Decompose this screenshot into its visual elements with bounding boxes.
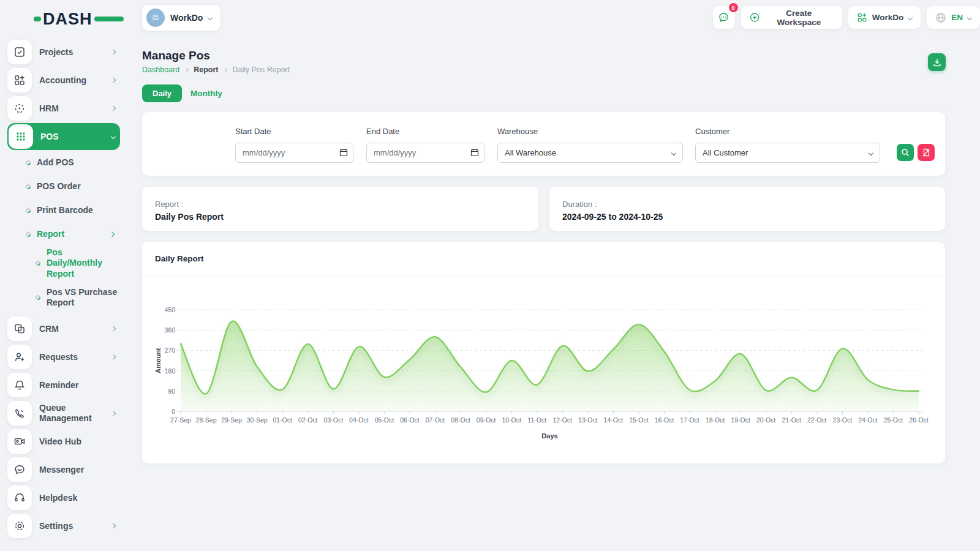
- tab-monthly[interactable]: Monthly: [190, 89, 222, 98]
- svg-text:450: 450: [164, 306, 175, 313]
- svg-text:29-Sep: 29-Sep: [221, 416, 242, 424]
- svg-text:07-Oct: 07-Oct: [426, 416, 445, 424]
- sidebar-item-video-hub[interactable]: Video Hub: [7, 427, 120, 455]
- search-icon: [901, 148, 910, 157]
- sidebar-item-pos-order[interactable]: POS Order: [7, 174, 120, 198]
- svg-text:180: 180: [164, 367, 175, 375]
- sidebar-item-print-barcode[interactable]: Print Barcode: [7, 198, 120, 222]
- sidebar: Projects Accounting HRM: [7, 38, 120, 540]
- queue-icon: [7, 401, 32, 425]
- reset-filter-button[interactable]: [918, 144, 935, 161]
- sidebar-item-reminder[interactable]: Reminder: [7, 371, 120, 399]
- sidebar-item-helpdesk[interactable]: Helpdesk: [7, 484, 120, 512]
- end-date-input[interactable]: [366, 143, 484, 163]
- bullet-icon: [24, 159, 31, 166]
- svg-text:05-Oct: 05-Oct: [375, 416, 394, 424]
- sidebar-item-report[interactable]: Report: [7, 222, 120, 246]
- svg-text:08-Oct: 08-Oct: [451, 416, 470, 424]
- chevron-right-icon: [111, 106, 116, 111]
- breadcrumb-report[interactable]: Report: [194, 66, 218, 74]
- svg-text:06-Oct: 06-Oct: [400, 416, 420, 424]
- messages-button[interactable]: 0: [713, 6, 735, 29]
- report-label: Report :: [155, 200, 538, 209]
- svg-text:10-Oct: 10-Oct: [502, 416, 521, 424]
- sidebar-item-hrm[interactable]: HRM: [7, 94, 120, 122]
- chevron-down-icon: [208, 15, 213, 20]
- end-date-label: End Date: [366, 127, 399, 136]
- chevron-right-icon: [111, 411, 116, 416]
- breadcrumb-dashboard[interactable]: Dashboard: [142, 66, 179, 74]
- bullet-icon: [24, 207, 31, 214]
- download-icon: [933, 58, 941, 67]
- create-workspace-button[interactable]: Create Workspace: [741, 6, 842, 29]
- plus-circle-icon: [750, 12, 760, 23]
- chevron-right-icon: [111, 523, 116, 528]
- export-download-button[interactable]: [928, 53, 946, 71]
- sidebar-item-pos-daily-monthly-report[interactable]: Pos Daily/Monthly Report: [7, 246, 120, 280]
- crm-icon: [7, 317, 32, 341]
- apps-grid-icon: [857, 12, 867, 23]
- building-icon: [151, 13, 160, 23]
- svg-text:11-Oct: 11-Oct: [527, 416, 546, 424]
- app-window: DASH WorkDo 0 Create Worksp: [0, 0, 980, 551]
- sidebar-item-add-pos[interactable]: Add POS: [7, 151, 120, 174]
- chevron-down-icon: [967, 15, 972, 20]
- chevron-down-icon: [908, 15, 913, 20]
- svg-text:28-Sep: 28-Sep: [196, 416, 217, 424]
- sidebar-item-accounting[interactable]: Accounting: [7, 66, 120, 94]
- svg-text:27-Sep: 27-Sep: [170, 416, 191, 424]
- svg-text:25-Oct: 25-Oct: [884, 416, 903, 424]
- divider: [142, 275, 945, 276]
- workspace-switcher[interactable]: WorkDo: [142, 5, 221, 31]
- sidebar-item-queue-management[interactable]: Queue Management: [7, 399, 120, 427]
- sidebar-item-messenger[interactable]: Messenger: [7, 455, 120, 484]
- daily-report-chart: 09018027036045027-Sep28-Sep29-Sep30-Sep0…: [153, 281, 934, 462]
- chevron-right-icon: [184, 67, 189, 72]
- report-summary-card: Report : Daily Pos Report: [142, 187, 538, 231]
- chevron-right-icon: [111, 354, 116, 359]
- breadcrumb: Dashboard Report Daily Pos Report: [142, 66, 290, 74]
- workdo-menu-label: WorkDo: [872, 13, 904, 22]
- svg-text:360: 360: [164, 326, 175, 334]
- language-code: EN: [951, 13, 963, 22]
- sidebar-item-requests[interactable]: Requests: [7, 343, 120, 371]
- sidebar-item-projects[interactable]: Projects: [7, 38, 120, 66]
- bullet-icon: [24, 183, 31, 190]
- language-selector[interactable]: EN: [927, 6, 980, 29]
- workdo-menu-button[interactable]: WorkDo: [848, 6, 921, 29]
- settings-icon: [7, 514, 32, 538]
- reminder-icon: [7, 373, 32, 397]
- warehouse-select[interactable]: All Warehouse: [497, 143, 683, 163]
- svg-text:90: 90: [168, 388, 175, 395]
- apply-filter-button[interactable]: [897, 144, 914, 161]
- svg-text:30-Sep: 30-Sep: [247, 416, 268, 424]
- sidebar-item-pos[interactable]: POS: [7, 123, 120, 150]
- chevron-right-icon: [111, 326, 116, 331]
- svg-text:14-Oct: 14-Oct: [604, 416, 624, 424]
- bullet-icon: [24, 231, 31, 238]
- clear-file-icon: [922, 148, 930, 157]
- sidebar-item-settings[interactable]: Settings: [7, 512, 120, 540]
- sidebar-item-crm[interactable]: CRM: [7, 315, 120, 343]
- svg-text:03-Oct: 03-Oct: [324, 416, 344, 424]
- customer-select[interactable]: All Customer: [695, 143, 880, 163]
- chevron-down-icon: [111, 134, 116, 139]
- svg-text:Days: Days: [541, 432, 557, 440]
- duration-label: Duration :: [562, 200, 945, 209]
- chevron-right-icon: [110, 231, 115, 236]
- chevron-right-icon: [111, 50, 116, 54]
- svg-text:270: 270: [164, 347, 175, 354]
- page-title: Manage Pos: [142, 49, 210, 62]
- dash-logo[interactable]: DASH: [34, 10, 124, 28]
- report-value: Daily Pos Report: [155, 212, 538, 222]
- start-date-input[interactable]: [235, 143, 353, 163]
- svg-text:21-Oct: 21-Oct: [782, 416, 801, 424]
- tab-daily[interactable]: Daily: [142, 84, 182, 102]
- svg-text:01-Oct: 01-Oct: [273, 416, 292, 424]
- sidebar-item-pos-vs-purchase-report[interactable]: Pos VS Purchase Report: [7, 280, 120, 315]
- svg-text:0: 0: [172, 408, 175, 415]
- header-actions: 0 Create Workspace WorkDo: [713, 6, 980, 29]
- filter-card: Start Date End Date Warehouse All Wareho…: [142, 112, 945, 176]
- logo-text: DASH: [43, 11, 92, 28]
- svg-text:16-Oct: 16-Oct: [655, 416, 674, 424]
